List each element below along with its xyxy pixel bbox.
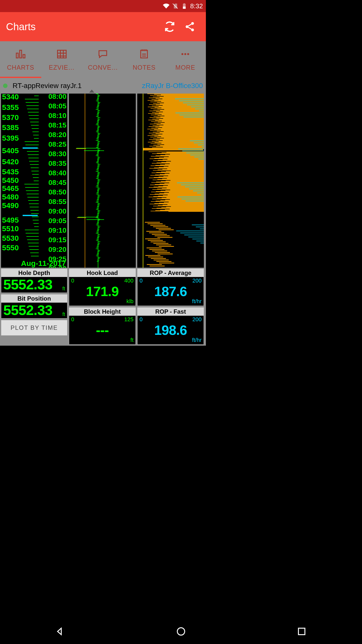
depth-track[interactable]: 5325534053555370538553955405542054355450… xyxy=(1,94,67,268)
gauge-unit: ft/hr xyxy=(192,337,202,343)
gauge-block-height[interactable]: Block Height 0125 --- ft xyxy=(69,307,136,345)
gauge-panel: Hole Depth 5552.33 ft Bit Position 5552.… xyxy=(0,268,206,346)
depth-axis: 5325534053555370538553955405542054355450… xyxy=(2,94,19,252)
gauge-hole-depth[interactable]: Hole Depth 5552.33 ft xyxy=(1,269,67,293)
gauge-unit: ft xyxy=(62,286,65,292)
gauge-title: Bit Position xyxy=(1,295,67,303)
share-button[interactable] xyxy=(180,17,200,37)
gauge-min: 0 xyxy=(140,277,143,286)
gauge-unit: klb xyxy=(126,298,133,305)
status-bar: 8:32 xyxy=(0,0,206,12)
well-selector[interactable]: RT-appReview rayJr.1 xyxy=(13,82,82,90)
gauge-value: 5552.33 xyxy=(3,303,65,317)
gauge-hook-load[interactable]: Hook Load 0400 171.9 klb xyxy=(69,269,136,306)
gauge-unit: ft xyxy=(130,337,133,343)
svg-rect-4 xyxy=(20,50,22,58)
gauge-title: ROP - Fast xyxy=(138,308,204,316)
tab-label: NOTES xyxy=(133,64,156,71)
gauge-min: 0 xyxy=(71,316,74,325)
refresh-button[interactable] xyxy=(160,17,180,37)
tab-label: MORE xyxy=(175,64,195,71)
svg-rect-3 xyxy=(16,53,18,58)
tab-label: EZVIE… xyxy=(49,64,75,71)
gauge-max: 200 xyxy=(192,277,202,286)
svg-point-2 xyxy=(191,28,194,31)
svg-point-8 xyxy=(182,53,184,55)
plot-by-time-button[interactable]: PLOT BY TIME xyxy=(1,320,67,336)
gauge-unit: ft xyxy=(62,311,65,317)
hookload-orange-trace xyxy=(85,94,85,268)
spike xyxy=(76,148,86,149)
gauge-min: 0 xyxy=(140,316,143,325)
rop-track[interactable] xyxy=(137,94,204,268)
svg-point-10 xyxy=(187,53,189,55)
battery-icon xyxy=(181,3,188,9)
svg-rect-6 xyxy=(57,50,66,58)
svg-rect-5 xyxy=(23,54,25,58)
tab-notes[interactable]: NOTES xyxy=(123,41,165,78)
grid-icon xyxy=(56,48,68,61)
gauge-rop-fast[interactable]: ROP - Fast 0200 198.6 ft/hr xyxy=(137,307,204,345)
gauge-title: Hole Depth xyxy=(1,269,67,277)
spike xyxy=(86,219,104,220)
date-label: Aug-11-2017 xyxy=(21,259,66,268)
spike xyxy=(84,150,104,151)
tab-ezview[interactable]: EZVIE… xyxy=(41,41,82,78)
gauge-value: 187.6 xyxy=(138,285,204,298)
more-icon xyxy=(179,48,192,61)
gauge-max: 125 xyxy=(124,316,133,325)
spike xyxy=(77,217,86,218)
tab-bar: CHARTS EZVIE… CONVE… NOTES MORE xyxy=(0,41,206,78)
gauge-title: ROP - Average xyxy=(138,269,204,277)
svg-point-1 xyxy=(186,25,189,28)
gauge-unit: ft/hr xyxy=(192,298,202,305)
gauge-value: 198.6 xyxy=(138,323,204,337)
status-time: 8:32 xyxy=(190,2,203,10)
chart-icon xyxy=(14,48,27,61)
gauge-title: Hook Load xyxy=(69,269,135,277)
depth-ticks xyxy=(24,94,41,268)
chart-area[interactable]: 5325534053555370538553955405542054355450… xyxy=(0,94,206,268)
tab-label: CHARTS xyxy=(7,64,34,71)
time-axis: 08:0008:0508:1008:1508:2008:2508:3008:35… xyxy=(48,94,66,268)
app-bar: Charts xyxy=(0,12,206,41)
rop-yellow-trace xyxy=(143,94,143,268)
page-title: Charts xyxy=(6,21,160,32)
gauge-bit-position[interactable]: Bit Position 5552.33 ft xyxy=(1,294,67,318)
hookload-track[interactable] xyxy=(69,94,136,268)
no-sim-icon xyxy=(172,3,178,9)
dropdown-caret-icon[interactable] xyxy=(89,82,94,93)
gauge-value: 171.9 xyxy=(69,285,135,298)
gauge-max: 200 xyxy=(192,316,202,325)
gauge-min: 0 xyxy=(71,277,74,286)
wifi-icon xyxy=(163,3,169,9)
tab-charts[interactable]: CHARTS xyxy=(0,41,41,78)
rig-link[interactable]: zRayJr B-Office300 xyxy=(142,82,203,90)
status-dot xyxy=(3,84,8,88)
gauge-title: Block Height xyxy=(69,308,135,316)
context-bar: RT-appReview rayJr.1 zRayJr B-Office300 xyxy=(0,78,206,94)
tab-label: CONVE… xyxy=(88,64,118,71)
svg-point-9 xyxy=(184,53,186,55)
chat-icon xyxy=(97,48,109,61)
tab-conversation[interactable]: CONVE… xyxy=(82,41,124,78)
tab-more[interactable]: MORE xyxy=(165,41,206,78)
notes-icon xyxy=(138,48,150,61)
gauge-max: 400 xyxy=(124,277,133,286)
svg-point-0 xyxy=(191,22,194,25)
gauge-rop-avg[interactable]: ROP - Average 0200 187.6 ft/hr xyxy=(137,269,204,306)
gauge-value: --- xyxy=(69,323,135,337)
gauge-value: 5552.33 xyxy=(3,277,65,292)
